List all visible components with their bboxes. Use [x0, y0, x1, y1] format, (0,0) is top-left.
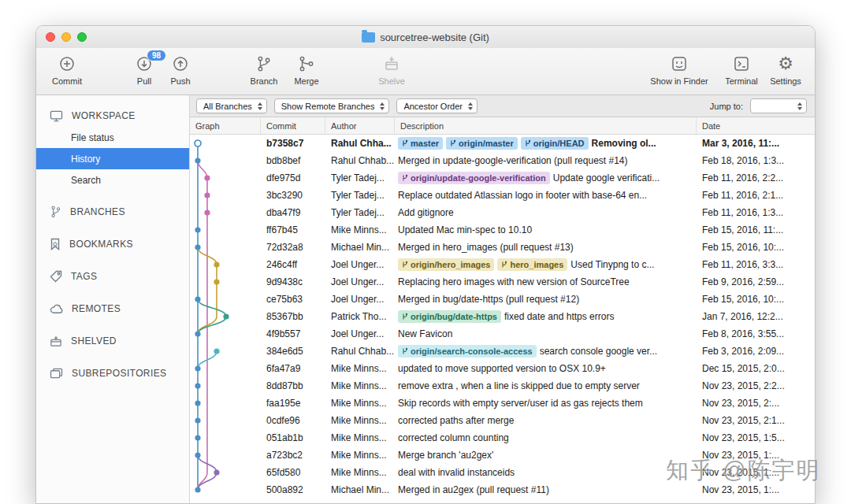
branch-label-icon: [450, 139, 456, 147]
table-row[interactable]: faa195eMike Minns...Skip records with em…: [190, 395, 815, 412]
commit-author: Rahul Chha...: [325, 138, 395, 149]
table-row[interactable]: dba47f9Tyler Tadej...Add gitignoreFeb 11…: [190, 204, 815, 221]
commit-author: Patrick Tho...: [325, 311, 395, 322]
commit-description: Skip records with empty server/user id a…: [395, 398, 697, 409]
table-row[interactable]: 9d9438cJoel Unger...Replacing hero image…: [190, 273, 815, 291]
commit-author: Mike Minns...: [325, 363, 395, 374]
commit-author: Mike Minns...: [325, 415, 395, 426]
branch-label[interactable]: origin/update-google-verification: [398, 172, 550, 184]
terminal-button[interactable]: Terminal: [723, 54, 760, 86]
sidebar-section-subrepositories[interactable]: SUBREPOSITORIES: [36, 362, 189, 384]
branch-label[interactable]: origin/search-console-access: [398, 345, 537, 358]
pull-button[interactable]: 98 Pull: [126, 54, 162, 86]
sidebar-section-branches[interactable]: BRANCHES: [36, 201, 189, 223]
commit-author: Tyler Tadej...: [325, 207, 395, 218]
sidebar-section-remotes[interactable]: REMOTES: [36, 298, 189, 320]
commit-hash: 384e6d5: [261, 346, 325, 357]
commit-date: Feb 15, 2016, 10:...: [697, 242, 815, 253]
table-header: Graph Commit Author Description Date: [190, 117, 815, 135]
shelve-icon: [383, 54, 400, 74]
table-row[interactable]: bdb8befRahul Chhab...Merged in update-go…: [190, 152, 815, 169]
branch-label-icon: [402, 313, 408, 321]
commit-author: Michael Min...: [325, 484, 395, 495]
cloud-icon: [50, 304, 63, 314]
merge-button[interactable]: Merge: [288, 54, 325, 86]
branch-filter-dropdown[interactable]: All Branches: [196, 98, 267, 113]
table-row[interactable]: 8dd87bbMike Minns...remove extra , when …: [190, 377, 815, 395]
commit-author: Michael Min...: [325, 242, 395, 253]
table-row[interactable]: ce75b63Joel Unger...Merged in bug/date-h…: [190, 291, 815, 308]
table-row[interactable]: 85367bbPatrick Tho...origin/bug/date-htt…: [190, 308, 815, 325]
sidebar-section-workspace[interactable]: WORKSPACE: [36, 105, 189, 127]
table-row[interactable]: 6fa47a9Mike Minns...updated to move supp…: [190, 360, 815, 377]
branch-button[interactable]: Branch: [246, 54, 282, 86]
commit-hash: faa195e: [261, 398, 325, 409]
branch-label[interactable]: origin/master: [446, 137, 518, 150]
table-row[interactable]: 051ab1bMike Minns...corrected column cou…: [190, 429, 815, 447]
zoom-window-button[interactable]: [77, 32, 87, 42]
commit-description: corrected paths after merge: [395, 415, 697, 426]
column-header-author[interactable]: Author: [325, 117, 395, 134]
minimize-window-button[interactable]: [61, 32, 71, 42]
traffic-lights: [46, 32, 87, 42]
commit-author: Mike Minns...: [325, 224, 395, 235]
commit-hash: ce75b63: [261, 294, 325, 305]
table-row[interactable]: 72d32a8Michael Min...Merged in hero_imag…: [190, 239, 815, 256]
settings-button[interactable]: ⚙ Settings: [767, 54, 804, 86]
branch-label[interactable]: origin/HEAD: [521, 137, 589, 150]
branch-label-icon: [525, 139, 531, 147]
table-row[interactable]: 0cdfe96Mike Minns...corrected paths afte…: [190, 412, 815, 429]
sidebar-section-tags[interactable]: TAGS: [36, 265, 189, 287]
terminal-icon: [733, 54, 750, 74]
commit-author: Joel Unger...: [325, 259, 395, 270]
column-header-commit[interactable]: Commit: [261, 117, 325, 134]
table-row[interactable]: 384e6d5Rahul Chhab...origin/search-conso…: [190, 343, 815, 360]
commit-hash: 0cdfe96: [261, 415, 325, 426]
push-button[interactable]: Push: [162, 54, 199, 86]
close-window-button[interactable]: [46, 32, 55, 42]
branch-label[interactable]: master: [398, 137, 443, 150]
table-row[interactable]: 4f9b557Joel Unger...New FaviconFeb 8, 20…: [190, 325, 815, 343]
branch-icon: [255, 54, 273, 74]
branch-label[interactable]: origin/hero_images: [398, 258, 494, 271]
titlebar: sourcetree-website (Git): [36, 26, 815, 48]
table-row[interactable]: 246c4ffJoel Unger...origin/hero_imageshe…: [190, 256, 815, 273]
commit-description: New Favicon: [395, 328, 697, 339]
column-header-description[interactable]: Description: [395, 117, 697, 134]
table-row[interactable]: b7358c7Rahul Chha...masterorigin/mastero…: [190, 135, 815, 152]
branch-icon: [50, 206, 61, 218]
sidebar-item-file-status[interactable]: File status: [36, 127, 189, 148]
sidebar-item-search[interactable]: Search: [36, 169, 189, 191]
filter-bar: All Branches Show Remote Branches Ancest…: [190, 95, 815, 117]
commit-description: masterorigin/masterorigin/HEADRemoving o…: [395, 137, 697, 150]
branch-label[interactable]: origin/bug/date-https: [398, 310, 501, 323]
column-header-date[interactable]: Date: [697, 117, 815, 134]
column-header-graph[interactable]: Graph: [190, 117, 261, 134]
commit-description: Merged in au2gex (pull request #11): [395, 484, 697, 495]
chevron-updown-icon: [797, 102, 802, 110]
table-row[interactable]: 3bc3290Tyler Tadej...Replace outdated At…: [190, 187, 815, 204]
sidebar-section-shelved[interactable]: SHELVED: [36, 330, 189, 352]
branch-label-icon: [402, 139, 408, 147]
table-row[interactable]: ff67b45Mike Minns...Updated Mac min-spec…: [190, 221, 815, 239]
merge-icon: [298, 54, 315, 74]
order-dropdown[interactable]: Ancestor Order: [396, 98, 478, 113]
branch-label[interactable]: hero_images: [497, 258, 567, 271]
commit-hash: 4f9b557: [261, 328, 325, 339]
remote-branches-dropdown[interactable]: Show Remote Branches: [274, 98, 390, 113]
commit-table-body: b7358c7Rahul Chha...masterorigin/mastero…: [190, 135, 815, 504]
shelve-button[interactable]: Shelve: [373, 54, 410, 86]
commit-author: Mike Minns...: [325, 450, 395, 461]
jump-to-input[interactable]: [757, 102, 792, 111]
commit-author: Joel Unger...: [325, 276, 395, 287]
show-in-finder-button[interactable]: Show in Finder: [646, 54, 712, 86]
sidebar-section-bookmarks[interactable]: BOOKMARKS: [36, 233, 189, 255]
commit-button[interactable]: Commit: [49, 54, 85, 86]
commit-date: Nov 23, 2015, 2:2...: [697, 380, 815, 391]
jump-to-field[interactable]: [750, 98, 807, 113]
commit-hash: 6fa47a9: [261, 363, 325, 374]
table-row[interactable]: dfe975dTyler Tadej...origin/update-googl…: [190, 169, 815, 187]
sidebar-item-history[interactable]: History: [36, 148, 189, 169]
commit-date: Feb 11, 2016, 2:1...: [697, 190, 815, 201]
commit-hash: bdb8bef: [261, 155, 325, 166]
